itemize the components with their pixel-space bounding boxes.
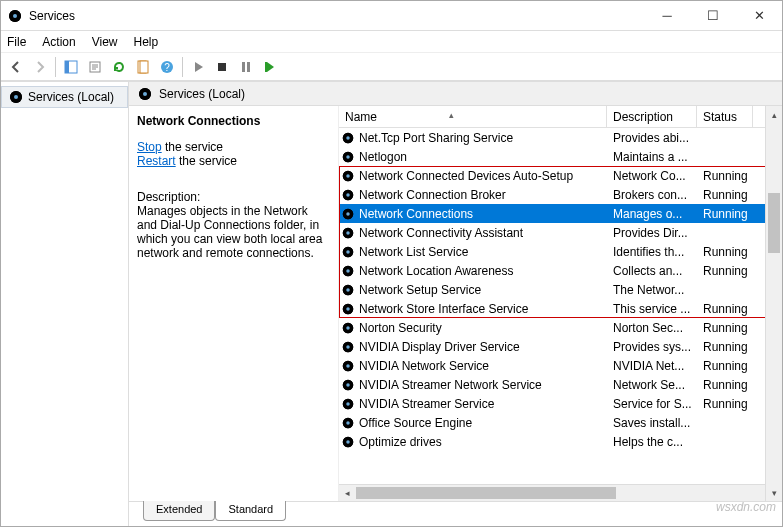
- service-row[interactable]: NVIDIA Streamer ServiceService for S...R…: [339, 394, 782, 413]
- minimize-button[interactable]: ─: [644, 1, 690, 30]
- horizontal-scrollbar[interactable]: ◂ ▸: [339, 484, 782, 501]
- service-row[interactable]: Network Connection BrokerBrokers con...R…: [339, 185, 782, 204]
- close-button[interactable]: ✕: [736, 1, 782, 30]
- toolbar-separator: [182, 57, 183, 77]
- services-window: Services ─ ☐ ✕ File Action View Help ? S…: [0, 0, 783, 527]
- service-row[interactable]: Network Setup ServiceThe Networ...: [339, 280, 782, 299]
- service-description: The Networ...: [607, 283, 697, 297]
- service-row[interactable]: NetlogonMaintains a ...: [339, 147, 782, 166]
- service-row[interactable]: Network Store Interface ServiceThis serv…: [339, 299, 782, 318]
- gear-icon: [8, 89, 24, 105]
- gear-icon: [341, 226, 355, 240]
- menu-action[interactable]: Action: [42, 35, 75, 49]
- back-button[interactable]: [5, 56, 27, 78]
- stop-link[interactable]: Stop: [137, 140, 162, 154]
- menu-help[interactable]: Help: [134, 35, 159, 49]
- properties-button[interactable]: [132, 56, 154, 78]
- start-service-button[interactable]: [187, 56, 209, 78]
- service-name: NVIDIA Network Service: [359, 359, 607, 373]
- titlebar: Services ─ ☐ ✕: [1, 1, 782, 31]
- tab-extended[interactable]: Extended: [143, 501, 215, 521]
- service-name: Network Connections: [359, 207, 607, 221]
- toolbar: ?: [1, 53, 782, 81]
- show-hide-tree-button[interactable]: [60, 56, 82, 78]
- right-header-label: Services (Local): [159, 87, 245, 101]
- watermark: wsxdn.com: [716, 500, 776, 514]
- h-scroll-thumb[interactable]: [356, 487, 616, 499]
- scroll-down-icon[interactable]: ▾: [766, 484, 782, 501]
- column-name[interactable]: Name: [339, 106, 607, 127]
- sort-indicator-icon: ▴: [449, 110, 454, 120]
- service-status: Running: [697, 359, 753, 373]
- service-row[interactable]: Office Source EngineSaves install...: [339, 413, 782, 432]
- export-button[interactable]: [84, 56, 106, 78]
- gear-icon: [341, 264, 355, 278]
- gear-icon: [341, 245, 355, 259]
- gear-icon: [341, 435, 355, 449]
- service-description: NVIDIA Net...: [607, 359, 697, 373]
- content-area: Network Connections Stop the service Res…: [129, 106, 782, 502]
- gear-icon: [341, 188, 355, 202]
- stop-service-button[interactable]: [211, 56, 233, 78]
- service-name: Network Setup Service: [359, 283, 607, 297]
- service-row[interactable]: Norton SecurityNorton Sec...Running: [339, 318, 782, 337]
- tab-standard[interactable]: Standard: [215, 501, 286, 521]
- menu-file[interactable]: File: [7, 35, 26, 49]
- service-row[interactable]: NVIDIA Network ServiceNVIDIA Net...Runni…: [339, 356, 782, 375]
- service-name: Optimize drives: [359, 435, 607, 449]
- svg-rect-4: [65, 61, 69, 73]
- service-row[interactable]: Network Connectivity AssistantProvides D…: [339, 223, 782, 242]
- service-row[interactable]: NVIDIA Streamer Network ServiceNetwork S…: [339, 375, 782, 394]
- svg-text:?: ?: [164, 62, 170, 73]
- service-row[interactable]: NVIDIA Display Driver ServiceProvides sy…: [339, 337, 782, 356]
- scroll-up-icon[interactable]: ▴: [766, 106, 782, 123]
- service-rows: Net.Tcp Port Sharing ServiceProvides abi…: [339, 128, 782, 484]
- service-row[interactable]: Net.Tcp Port Sharing ServiceProvides abi…: [339, 128, 782, 147]
- detail-pane: Network Connections Stop the service Res…: [129, 106, 339, 501]
- svg-rect-12: [247, 62, 250, 72]
- service-row[interactable]: Optimize drivesHelps the c...: [339, 432, 782, 451]
- service-status: Running: [697, 378, 753, 392]
- menu-view[interactable]: View: [92, 35, 118, 49]
- service-name: Network Store Interface Service: [359, 302, 607, 316]
- gear-icon: [137, 86, 153, 102]
- vertical-scrollbar[interactable]: ▴ ▾: [765, 106, 782, 501]
- v-scroll-thumb[interactable]: [768, 193, 780, 253]
- service-status: Running: [697, 207, 753, 221]
- description-text: Manages objects in the Network and Dial-…: [137, 204, 328, 260]
- column-description[interactable]: Description: [607, 106, 697, 127]
- refresh-button[interactable]: [108, 56, 130, 78]
- column-status[interactable]: Status: [697, 106, 753, 127]
- right-pane: Services (Local) Network Connections Sto…: [129, 82, 782, 526]
- service-row[interactable]: Network Location AwarenessCollects an...…: [339, 261, 782, 280]
- restart-suffix: the service: [176, 154, 237, 168]
- service-status: Running: [697, 321, 753, 335]
- forward-button[interactable]: [29, 56, 51, 78]
- service-description: Collects an...: [607, 264, 697, 278]
- gear-icon: [341, 340, 355, 354]
- gear-icon: [341, 397, 355, 411]
- svg-rect-10: [218, 63, 226, 71]
- service-status: Running: [697, 264, 753, 278]
- tree-root-item[interactable]: Services (Local): [1, 86, 128, 108]
- service-description: Network Se...: [607, 378, 697, 392]
- toolbar-separator: [55, 57, 56, 77]
- service-name: NVIDIA Streamer Service: [359, 397, 607, 411]
- restart-service-button[interactable]: [259, 56, 281, 78]
- service-row[interactable]: Network ConnectionsManages o...Running: [339, 204, 782, 223]
- service-row[interactable]: Network List ServiceIdentifies th...Runn…: [339, 242, 782, 261]
- pause-service-button[interactable]: [235, 56, 257, 78]
- maximize-button[interactable]: ☐: [690, 1, 736, 30]
- help-button[interactable]: ?: [156, 56, 178, 78]
- service-description: This service ...: [607, 302, 697, 316]
- service-name: Office Source Engine: [359, 416, 607, 430]
- gear-icon: [341, 378, 355, 392]
- service-row[interactable]: Network Connected Devices Auto-SetupNetw…: [339, 166, 782, 185]
- service-status: Running: [697, 169, 753, 183]
- scroll-left-icon[interactable]: ◂: [339, 485, 356, 501]
- restart-link[interactable]: Restart: [137, 154, 176, 168]
- service-description: Manages o...: [607, 207, 697, 221]
- gear-icon: [341, 207, 355, 221]
- service-description: Network Co...: [607, 169, 697, 183]
- service-description: Norton Sec...: [607, 321, 697, 335]
